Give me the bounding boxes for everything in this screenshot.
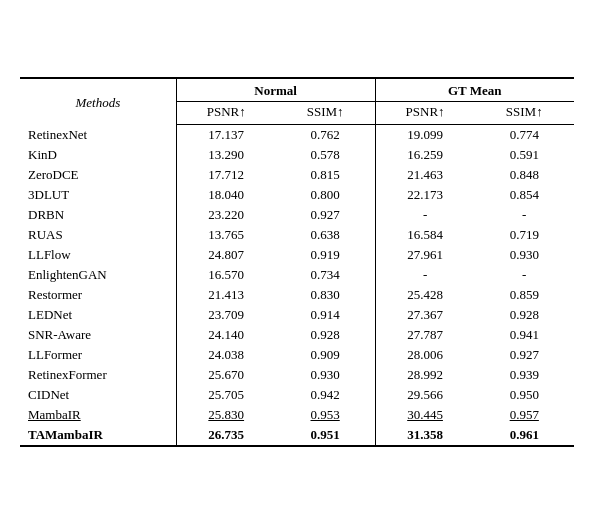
table-row: 3DLUT18.0400.80022.1730.854 xyxy=(20,185,574,205)
gtmean-ssim-header: SSIM↑ xyxy=(475,102,574,125)
normal-psnr-value: 18.040 xyxy=(176,185,275,205)
normal-ssim-value: 0.762 xyxy=(276,125,375,146)
gtmean-ssim-value: 0.927 xyxy=(475,345,574,365)
table-row: EnlightenGAN16.5700.734-- xyxy=(20,265,574,285)
method-name: Restormer xyxy=(20,285,176,305)
method-name: ZeroDCE xyxy=(20,165,176,185)
table-row: RetinexNet17.1370.76219.0990.774 xyxy=(20,125,574,146)
normal-ssim-value: 0.928 xyxy=(276,325,375,345)
gtmean-ssim-value: 0.941 xyxy=(475,325,574,345)
method-name: LLFormer xyxy=(20,345,176,365)
normal-psnr-value: 16.570 xyxy=(176,265,275,285)
gtmean-psnr-value: 30.445 xyxy=(375,405,474,425)
gtmean-psnr-value: 25.428 xyxy=(375,285,474,305)
normal-ssim-value: 0.927 xyxy=(276,205,375,225)
gtmean-ssim-value: 0.961 xyxy=(475,425,574,446)
method-name: RetinexFormer xyxy=(20,365,176,385)
gtmean-psnr-value: 27.787 xyxy=(375,325,474,345)
table-row: KinD13.2900.57816.2590.591 xyxy=(20,145,574,165)
normal-ssim-value: 0.919 xyxy=(276,245,375,265)
normal-psnr-value: 17.137 xyxy=(176,125,275,146)
gtmean-ssim-value: 0.930 xyxy=(475,245,574,265)
normal-ssim-header: SSIM↑ xyxy=(276,102,375,125)
gtmean-ssim-value: 0.848 xyxy=(475,165,574,185)
gtmean-psnr-value: 27.961 xyxy=(375,245,474,265)
table-row: CIDNet25.7050.94229.5660.950 xyxy=(20,385,574,405)
gtmean-ssim-value: 0.591 xyxy=(475,145,574,165)
method-name: RUAS xyxy=(20,225,176,245)
gtmean-ssim-value: 0.854 xyxy=(475,185,574,205)
normal-ssim-value: 0.930 xyxy=(276,365,375,385)
gtmean-psnr-value: 16.584 xyxy=(375,225,474,245)
gtmean-psnr-value: - xyxy=(375,205,474,225)
gtmean-ssim-value: 0.928 xyxy=(475,305,574,325)
normal-ssim-value: 0.909 xyxy=(276,345,375,365)
normal-psnr-value: 13.765 xyxy=(176,225,275,245)
gtmean-psnr-value: 29.566 xyxy=(375,385,474,405)
normal-ssim-value: 0.638 xyxy=(276,225,375,245)
table-row: ZeroDCE17.7120.81521.4630.848 xyxy=(20,165,574,185)
normal-psnr-value: 17.712 xyxy=(176,165,275,185)
method-name: LEDNet xyxy=(20,305,176,325)
normal-psnr-value: 26.735 xyxy=(176,425,275,446)
method-name: 3DLUT xyxy=(20,185,176,205)
method-name: KinD xyxy=(20,145,176,165)
normal-psnr-value: 13.290 xyxy=(176,145,275,165)
table-row: SNR-Aware24.1400.92827.7870.941 xyxy=(20,325,574,345)
methods-column-header: Methods xyxy=(20,78,176,125)
normal-ssim-value: 0.578 xyxy=(276,145,375,165)
normal-ssim-value: 0.914 xyxy=(276,305,375,325)
table-row: RUAS13.7650.63816.5840.719 xyxy=(20,225,574,245)
table-row: LLFormer24.0380.90928.0060.927 xyxy=(20,345,574,365)
method-name: MambaIR xyxy=(20,405,176,425)
normal-ssim-value: 0.815 xyxy=(276,165,375,185)
gtmean-psnr-value: 21.463 xyxy=(375,165,474,185)
gtmean-psnr-value: 19.099 xyxy=(375,125,474,146)
method-name: EnlightenGAN xyxy=(20,265,176,285)
normal-ssim-value: 0.951 xyxy=(276,425,375,446)
gtmean-ssim-value: 0.950 xyxy=(475,385,574,405)
normal-ssim-value: 0.953 xyxy=(276,405,375,425)
normal-psnr-value: 25.670 xyxy=(176,365,275,385)
table-row: LEDNet23.7090.91427.3670.928 xyxy=(20,305,574,325)
gtmean-ssim-value: 0.774 xyxy=(475,125,574,146)
method-name: RetinexNet xyxy=(20,125,176,146)
method-name: LLFlow xyxy=(20,245,176,265)
gtmean-psnr-value: 28.992 xyxy=(375,365,474,385)
normal-ssim-value: 0.800 xyxy=(276,185,375,205)
gtmean-ssim-value: 0.957 xyxy=(475,405,574,425)
table-row: RetinexFormer25.6700.93028.9920.939 xyxy=(20,365,574,385)
gtmean-psnr-value: 27.367 xyxy=(375,305,474,325)
table-row: TAMambaIR26.7350.95131.3580.961 xyxy=(20,425,574,446)
table-row: Restormer21.4130.83025.4280.859 xyxy=(20,285,574,305)
gtmean-psnr-header: PSNR↑ xyxy=(375,102,474,125)
gtmean-psnr-value: 22.173 xyxy=(375,185,474,205)
gtmean-ssim-value: 0.859 xyxy=(475,285,574,305)
method-name: TAMambaIR xyxy=(20,425,176,446)
gtmean-ssim-value: 0.939 xyxy=(475,365,574,385)
table-wrapper: Methods Normal GT Mean PSNR↑ SSIM↑ PSNR↑… xyxy=(20,77,574,447)
gtmean-ssim-value: 0.719 xyxy=(475,225,574,245)
normal-psnr-header: PSNR↑ xyxy=(176,102,275,125)
normal-psnr-value: 24.807 xyxy=(176,245,275,265)
gtmean-psnr-value: 31.358 xyxy=(375,425,474,446)
results-table: Methods Normal GT Mean PSNR↑ SSIM↑ PSNR↑… xyxy=(20,77,574,447)
gtmean-ssim-value: - xyxy=(475,265,574,285)
normal-psnr-value: 25.830 xyxy=(176,405,275,425)
gtmean-ssim-value: - xyxy=(475,205,574,225)
method-name: SNR-Aware xyxy=(20,325,176,345)
table-row: LLFlow24.8070.91927.9610.930 xyxy=(20,245,574,265)
table-row: MambaIR25.8300.95330.4450.957 xyxy=(20,405,574,425)
normal-group-header: Normal xyxy=(176,78,375,102)
method-name: DRBN xyxy=(20,205,176,225)
gtmean-psnr-value: - xyxy=(375,265,474,285)
normal-psnr-value: 23.220 xyxy=(176,205,275,225)
method-name: CIDNet xyxy=(20,385,176,405)
normal-psnr-value: 24.038 xyxy=(176,345,275,365)
gtmean-psnr-value: 16.259 xyxy=(375,145,474,165)
normal-ssim-value: 0.942 xyxy=(276,385,375,405)
normal-psnr-value: 23.709 xyxy=(176,305,275,325)
normal-psnr-value: 24.140 xyxy=(176,325,275,345)
gtmean-psnr-value: 28.006 xyxy=(375,345,474,365)
normal-ssim-value: 0.830 xyxy=(276,285,375,305)
